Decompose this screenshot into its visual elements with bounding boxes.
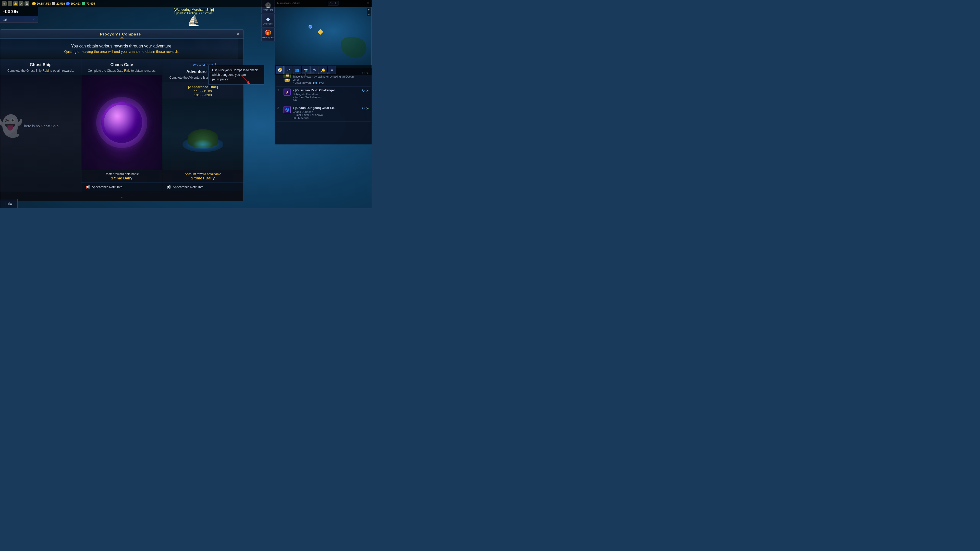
minimap-player-marker — [309, 25, 312, 29]
info-tab-text: Info — [5, 201, 12, 206]
building-icon[interactable]: 🏛 — [24, 1, 29, 6]
blue-currency-icon — [66, 2, 70, 5]
quest-3-number: 3 — [277, 106, 282, 110]
banner-bg-decoration — [187, 38, 239, 59]
compass-banner: You can obtain various rewards through y… — [0, 38, 243, 59]
green-currency-icon — [82, 2, 85, 5]
timer-tab[interactable]: art × — [0, 16, 38, 23]
gold-amount: 20,184,523 — [37, 2, 51, 5]
compass-tooltip: Use Procyon's Compass to check which dun… — [208, 65, 264, 84]
chaos-gate-raid-link[interactable]: Raid — [124, 69, 130, 72]
timer-overlay: -00:05 art × — [0, 7, 38, 23]
nav-shield-icon[interactable]: 🛡 — [284, 66, 293, 74]
timer-tab-label: art — [3, 18, 7, 21]
timer-close-button[interactable]: × — [33, 18, 35, 21]
green-currency-amount: 77,475 — [86, 2, 95, 5]
quest-1-subtitle: Travel to Rowen by sailing or by taking … — [293, 75, 360, 81]
appearance-time-label: [Appearance Time] — [164, 85, 242, 89]
quest-2-subtitle: Subjugate Guardian — [293, 92, 360, 96]
quest-2-navigate-button[interactable]: ➤ — [366, 89, 369, 92]
silver-icon — [52, 2, 56, 5]
compass-banner-sub-text: Quitting or leaving the area will end yo… — [64, 49, 180, 54]
ship-label: [Wandering Merchant Ship] — [174, 8, 214, 11]
compass-close-button[interactable]: × — [237, 32, 239, 36]
quest-3-navigate-button[interactable]: ➤ — [366, 106, 369, 110]
ghost-ship-no-ship-text: There is no Ghost Ship. — [22, 124, 59, 128]
quest-2-actions: ↻ ➤ — [362, 89, 369, 92]
chaos-gate-title: Chaos Gate — [86, 62, 158, 67]
quest-3-content: ♦ [Chaos Dungeon] Clear Le... Chaos Dung… — [293, 106, 360, 119]
quest-item-2: 2 ⚡ ♦ [Guardian Raid] Challengel... Subj… — [276, 86, 371, 104]
currency-gold: 20,184,523 22,516 290,423 77,475 — [32, 2, 95, 5]
quest-3-progress: 30042/60000 — [293, 116, 360, 119]
chaos-gate-notif-bar[interactable]: 📢 Appearance Notif. Info — [81, 182, 162, 192]
nav-flask-icon[interactable]: ⚗ — [310, 66, 318, 74]
minimap-controls: + − — [367, 8, 371, 16]
minimap-zoom-out[interactable]: − — [367, 12, 371, 16]
ship-visual: ⛵ — [174, 14, 214, 27]
adventure-island-notif-bar[interactable]: 📢 Appearance Notif. Info — [162, 182, 243, 192]
chaos-gate-reward-label: Roster reward obtainable — [86, 172, 158, 176]
quest-3-purple-indicator: ♦ — [293, 106, 294, 110]
ghost-ship-monster-icon: 👻 — [0, 114, 23, 138]
minimap-zoom-in[interactable]: + — [367, 8, 371, 12]
quest-3-subtitle: Chaos Dungeon — [293, 110, 360, 113]
event-quest-button[interactable]: 🎁 Event Quest — [261, 27, 275, 41]
quest-3-refresh-button[interactable]: ↻ — [362, 106, 365, 110]
minimap-frame — [275, 6, 372, 68]
blue-currency-amount: 290,423 — [71, 2, 81, 5]
bell-icon[interactable]: 🔔 — [13, 1, 18, 6]
ark-pass-label: Ark Pass — [263, 22, 272, 25]
top-hud: ↺ ↑ 🔔 ⚔ 🏛 20,184,523 22,516 290,423 77,4… — [0, 0, 372, 7]
island-glow — [192, 139, 213, 150]
chaos-gate-image — [81, 75, 162, 170]
chaos-gate-desc: Complete the Chaos Gate Raid to obtain r… — [86, 68, 158, 73]
event-quest-label: Event Quest — [262, 36, 274, 39]
quest-1-link[interactable]: Fing River — [312, 81, 325, 84]
chaos-orb — [101, 102, 142, 143]
adventure-island-reward-count: 2 times Daily — [166, 176, 239, 180]
nav-people-icon[interactable]: 👥 — [293, 66, 301, 74]
upload-icon[interactable]: ↑ — [8, 1, 12, 6]
quest-list: 1 📜 F5 ♦ [Guide] Guides : Rowen Travel t… — [275, 68, 372, 123]
quest-2-refresh-button[interactable]: ↻ — [362, 89, 365, 92]
compass-banner-main-text: You can obtain various rewards through y… — [71, 44, 172, 48]
scroll-down-icon: ⌄ — [120, 194, 124, 199]
ghost-ship-raid-link[interactable]: Raid — [42, 69, 49, 72]
ark-pass-button[interactable]: ◆ Ark Pass — [261, 14, 275, 27]
quest-3-actions: ↻ ➤ — [362, 106, 369, 110]
info-tab[interactable]: Info — [0, 199, 18, 208]
sword-icon[interactable]: ⚔ — [19, 1, 24, 6]
ghost-ship-section: Ghost Ship Complete the Ghost Ship Raid … — [0, 59, 81, 192]
compass-bottom-scroll: ⌄ — [0, 192, 243, 201]
chaos-gate-notif-icon: 📢 — [86, 185, 90, 189]
nav-compass-icon[interactable]: 🧭 — [275, 66, 284, 74]
adventure-island-notif-icon: 📢 — [166, 185, 171, 189]
quest-3-title: ♦ [Chaos Dungeon] Clear Le... — [293, 106, 360, 110]
quest-2-content: ♦ [Guardian Raid] Challengel... Subjugat… — [293, 89, 360, 102]
ghost-ship-image: 👻 There is no Ghost Ship. — [0, 75, 81, 177]
ark-pass-icon: ◆ — [266, 16, 270, 22]
timer-box: -00:05 — [0, 7, 38, 16]
compass-titlebar: Procyon's Compass × — [0, 30, 243, 38]
nav-bell-icon[interactable]: 🔔 — [319, 66, 327, 74]
quest-2-purple-indicator: ♦ — [293, 89, 294, 92]
chaos-gate-header: Chaos Gate Complete the Chaos Gate Raid … — [81, 59, 162, 75]
nav-menu-icon[interactable]: ≡ — [328, 66, 336, 74]
adventure-island-image — [162, 99, 243, 170]
chaos-gate-section: Chaos Gate Complete the Chaos Gate Raid … — [81, 59, 162, 192]
chaos-gate-reward: Roster reward obtainable 1 time Daily — [81, 170, 162, 182]
refresh-icon[interactable]: ↺ — [2, 1, 6, 6]
nav-camera-icon[interactable]: 📷 — [302, 66, 310, 74]
hud-action-icons: ↺ ↑ 🔔 ⚔ 🏛 — [2, 1, 29, 6]
ghost-ship-title: Ghost Ship — [4, 62, 77, 67]
chaos-gate-reward-count: 1 time Daily — [86, 176, 158, 180]
chaos-gate-notif-text: Appearance Notif. Info — [92, 185, 122, 189]
ship-container: [Wandering Merchant Ship] Spearfish Hunt… — [174, 8, 214, 27]
event-quest-icon: 🎁 — [265, 30, 271, 36]
minimap: + − — [275, 6, 372, 68]
quest-2-icon: ⚡ — [283, 89, 291, 96]
quest-2-title: ♦ [Guardian Raid] Challengel... — [293, 89, 360, 92]
quest-2-sub2: • Perform Soul Harvest — [293, 96, 360, 99]
compass-panel: Procyon's Compass × You can obtain vario… — [0, 29, 244, 201]
